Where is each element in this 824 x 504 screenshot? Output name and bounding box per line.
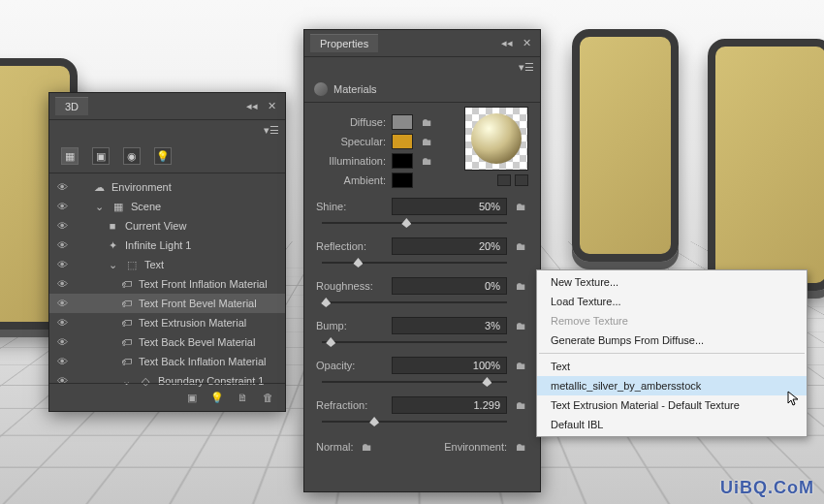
context-menu-item[interactable]: New Texture... (537, 272, 807, 292)
roughness-texture-icon[interactable]: 🖿 (513, 279, 528, 293)
reflection-slider[interactable] (322, 258, 528, 268)
shine-texture-icon[interactable]: 🖿 (513, 200, 528, 213)
panel-header: Properties ◂◂ ✕ (304, 30, 540, 57)
context-menu-item[interactable]: Generate Bumps From Diffuse... (537, 331, 807, 350)
roughness-label: Roughness: (316, 280, 386, 292)
ambient-swatch[interactable] (392, 173, 413, 188)
visibility-icon[interactable]: 👁 (55, 316, 69, 330)
tree-row-label: Text Front Bevel Material (139, 298, 257, 309)
diffuse-texture-icon[interactable]: 🖿 (419, 115, 434, 129)
shine-slider[interactable] (322, 218, 528, 228)
delete-icon[interactable]: 🗑 (260, 390, 275, 405)
tree-row[interactable]: 👁✦Infinite Light 1 (49, 236, 285, 255)
render-icon[interactable]: ▣ (184, 390, 200, 405)
cursor-icon (787, 391, 801, 408)
specular-texture-icon[interactable]: 🖿 (419, 135, 434, 148)
reflection-texture-icon[interactable]: 🖿 (513, 239, 528, 253)
scene-tree: 👁☁Environment👁⌄▦Scene👁■Current View👁✦Inf… (49, 173, 285, 394)
3d-panel: 3D ◂◂ ✕ ▾☰ ▦ ▣ ◉ 💡 👁☁Environment👁⌄▦Scene… (48, 92, 286, 412)
context-menu-item[interactable]: Text (537, 357, 807, 376)
normal-texture-icon[interactable]: 🖿 (360, 440, 375, 454)
specular-swatch[interactable] (392, 134, 413, 149)
visibility-icon[interactable]: 👁 (55, 297, 69, 310)
filter-lights-button[interactable]: 💡 (154, 147, 172, 165)
close-icon[interactable]: ✕ (519, 37, 534, 50)
illumination-texture-icon[interactable]: 🖿 (419, 154, 434, 168)
visibility-icon[interactable]: 👁 (55, 219, 69, 233)
context-menu-item: Remove Texture (537, 311, 807, 331)
refraction-label: Refraction: (316, 399, 386, 411)
node-type-icon: 🏷 (119, 335, 133, 349)
material-preview[interactable] (464, 107, 528, 171)
normal-label: Normal: (316, 441, 354, 453)
tree-row[interactable]: 👁🏷Text Back Bevel Material (49, 332, 285, 352)
tree-row[interactable]: 👁■Current View (49, 216, 285, 236)
roughness-value[interactable]: 0% (392, 277, 507, 295)
close-icon[interactable]: ✕ (264, 100, 279, 113)
refraction-value[interactable]: 1.299 (392, 396, 507, 414)
specular-label: Specular: (316, 136, 386, 147)
panel-menu-icon[interactable]: ▾☰ (264, 123, 279, 137)
tree-row[interactable]: 👁⌄▦Scene (49, 197, 285, 216)
context-menu-item[interactable]: Load Texture... (537, 292, 807, 311)
context-menu-item[interactable]: Default IBL (537, 415, 807, 434)
filter-mesh-button[interactable]: ▣ (92, 147, 110, 165)
visibility-icon[interactable]: 👁 (55, 238, 69, 252)
tree-row-label: Text Back Bevel Material (139, 336, 255, 348)
refraction-slider[interactable] (322, 417, 528, 426)
properties-panel: Properties ◂◂ ✕ ▾☰ Materials Diffuse:🖿 S… (303, 29, 541, 492)
visibility-icon[interactable]: 👁 (55, 180, 69, 194)
environment-texture-icon[interactable]: 🖿 (513, 440, 528, 454)
visibility-icon[interactable]: 👁 (55, 277, 69, 291)
tab-properties[interactable]: Properties (310, 34, 378, 52)
context-menu-item[interactable]: metallic_silver_by_ambersstock (537, 376, 807, 395)
context-menu-item[interactable]: Text Extrusion Material - Default Textur… (537, 395, 807, 415)
tree-row[interactable]: 👁☁Environment (49, 177, 285, 197)
shine-value[interactable]: 50% (392, 198, 507, 215)
tree-row[interactable]: 👁🏷Text Front Bevel Material (49, 294, 285, 313)
tree-row[interactable]: 👁🏷Text Back Inflation Material (49, 352, 285, 371)
disclosure-icon[interactable]: ⌄ (92, 200, 106, 213)
opacity-value[interactable]: 100% (392, 357, 507, 374)
opacity-label: Opacity: (316, 360, 386, 371)
new-layer-icon[interactable]: 🗎 (235, 390, 250, 405)
new-light-icon[interactable]: 💡 (209, 390, 225, 405)
tree-row[interactable]: 👁🏷Text Front Inflation Material (49, 274, 285, 294)
reflection-value[interactable]: 20% (392, 237, 507, 255)
opacity-slider[interactable] (322, 377, 528, 387)
node-type-icon: 🏷 (119, 316, 133, 330)
panel-menu-icon[interactable]: ▾☰ (519, 60, 534, 74)
collapse-icon[interactable]: ◂◂ (499, 37, 515, 50)
visibility-icon[interactable]: 👁 (55, 258, 69, 271)
properties-subheader: Materials (304, 77, 540, 103)
tree-row-label: Environment (111, 181, 172, 193)
visibility-icon[interactable]: 👁 (55, 200, 69, 213)
node-type-icon: 🏷 (119, 277, 133, 291)
preview-picker[interactable] (497, 174, 528, 186)
visibility-icon[interactable]: 👁 (55, 335, 69, 349)
illumination-swatch[interactable] (392, 153, 413, 169)
tab-3d[interactable]: 3D (55, 97, 88, 115)
bump-texture-icon[interactable]: 🖿 (513, 319, 528, 332)
tree-row[interactable]: 👁🏷Text Extrusion Material (49, 313, 285, 332)
opacity-texture-icon[interactable]: 🖿 (513, 359, 528, 372)
node-type-icon: ✦ (106, 238, 119, 252)
collapse-icon[interactable]: ◂◂ (244, 100, 260, 113)
diffuse-swatch[interactable] (392, 114, 413, 130)
3d-letter (572, 29, 679, 262)
tree-row[interactable]: 👁⌄⬚Text (49, 255, 285, 274)
bump-value[interactable]: 3% (392, 317, 507, 334)
tree-row-label: Text Back Inflation Material (139, 356, 266, 367)
tree-row-label: Current View (125, 220, 186, 232)
disclosure-icon[interactable]: ⌄ (106, 258, 119, 271)
refraction-texture-icon[interactable]: 🖿 (513, 398, 528, 412)
roughness-slider[interactable] (322, 298, 528, 307)
node-type-icon: ▦ (111, 200, 125, 213)
filter-materials-button[interactable]: ◉ (123, 147, 141, 165)
texture-context-menu: New Texture...Load Texture...Remove Text… (536, 269, 808, 437)
visibility-icon[interactable]: 👁 (55, 355, 69, 368)
bump-slider[interactable] (322, 337, 528, 347)
ambient-label: Ambient: (316, 174, 386, 186)
shine-label: Shine: (316, 201, 386, 212)
filter-scene-button[interactable]: ▦ (61, 147, 79, 165)
